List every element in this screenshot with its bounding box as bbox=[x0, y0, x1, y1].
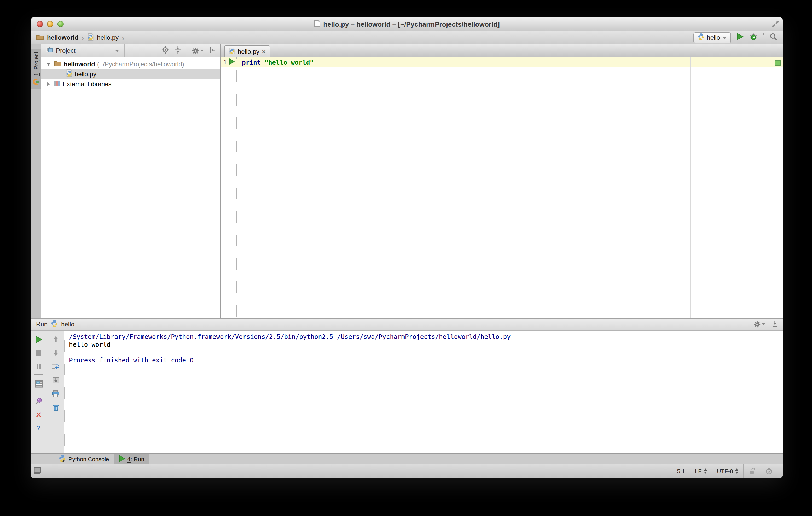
fullscreen-icon[interactable] bbox=[772, 20, 779, 30]
header-separator bbox=[186, 47, 187, 55]
close-button[interactable]: ✕ bbox=[35, 411, 41, 418]
console-line: Process finished with exit code 0 bbox=[69, 357, 783, 365]
chevron-right-icon: › bbox=[122, 33, 124, 42]
line-separator-widget[interactable]: LF bbox=[690, 464, 712, 478]
editor-area: hello.py × 1 print "hell bbox=[221, 44, 783, 318]
locate-file-icon[interactable] bbox=[162, 46, 169, 55]
title-bar[interactable]: hello.py – helloworld – [~/PycharmProjec… bbox=[31, 17, 783, 31]
print-button[interactable] bbox=[52, 390, 60, 397]
settings-gear-icon[interactable] bbox=[192, 47, 204, 55]
console-line: hello world bbox=[69, 341, 783, 349]
inspector-hector-icon bbox=[765, 467, 773, 475]
python-file-icon bbox=[66, 69, 72, 78]
tree-project-name: helloworld bbox=[64, 60, 95, 68]
down-stack-trace-button[interactable] bbox=[52, 349, 59, 357]
tree-row-external-libraries[interactable]: External Libraries bbox=[41, 79, 220, 89]
rerun-button[interactable] bbox=[35, 335, 42, 343]
search-icon[interactable] bbox=[770, 33, 778, 42]
project-view-icon bbox=[46, 47, 53, 55]
run-settings-gear-icon[interactable] bbox=[753, 321, 765, 328]
run-line-icon[interactable] bbox=[229, 59, 235, 66]
pin-tab-button[interactable] bbox=[35, 397, 42, 405]
clear-all-button[interactable] bbox=[52, 403, 59, 411]
tree-row-hello-py[interactable]: hello.py bbox=[41, 69, 220, 79]
console-output[interactable]: /System/Library/Frameworks/Python.framew… bbox=[64, 331, 783, 453]
navigation-bar: helloworld › hello.py › hello bbox=[31, 31, 783, 44]
export-output-button[interactable] bbox=[52, 376, 59, 384]
breadcrumb-project[interactable]: helloworld bbox=[47, 34, 78, 41]
updown-arrows-icon bbox=[704, 468, 707, 474]
help-button[interactable]: ? bbox=[36, 424, 41, 432]
collapse-arrow-icon[interactable] bbox=[47, 62, 51, 65]
pause-output-button[interactable] bbox=[35, 362, 42, 370]
tool-window-bar-bottom: Python Console 4: Run bbox=[31, 453, 783, 464]
project-button-label: : Project bbox=[33, 52, 39, 73]
tab-label: hello.py bbox=[238, 48, 259, 55]
stop-button[interactable] bbox=[35, 349, 42, 357]
breadcrumb: helloworld › hello.py › bbox=[36, 33, 124, 42]
expand-arrow-icon[interactable] bbox=[47, 82, 50, 86]
run-button[interactable] bbox=[737, 33, 744, 42]
toggle-tool-buttons-icon[interactable] bbox=[33, 467, 41, 475]
tree-libraries-label: External Libraries bbox=[63, 80, 112, 88]
tree-project-path: (~/PycharmProjects/helloworld) bbox=[97, 60, 184, 68]
updown-arrows-icon bbox=[735, 468, 738, 474]
tool-window-button-python-console[interactable]: Python Console bbox=[54, 454, 114, 464]
toolbar-separator bbox=[34, 392, 43, 392]
run-panel-header: Run hello bbox=[31, 318, 783, 331]
hide-panel-icon[interactable] bbox=[208, 46, 216, 55]
line-separator-value: LF bbox=[695, 468, 702, 474]
project-panel-header: Project bbox=[41, 44, 220, 57]
project-tree[interactable]: helloworld (~/PycharmProjects/helloworld… bbox=[41, 57, 220, 318]
show-console-button[interactable] bbox=[35, 380, 42, 388]
run-panel-title: Run bbox=[36, 321, 48, 328]
collapse-all-icon[interactable] bbox=[174, 46, 182, 55]
debug-button[interactable] bbox=[749, 33, 758, 42]
console-line: /System/Library/Frameworks/Python.framew… bbox=[69, 333, 783, 341]
code-editor[interactable]: 1 print "hello world" bbox=[221, 57, 783, 318]
status-bar: 5:1 LF UTF-8 bbox=[31, 464, 783, 478]
gutter-separator bbox=[236, 57, 237, 318]
line-number: 1 bbox=[221, 59, 227, 66]
tool-window-button-run[interactable]: 4: Run bbox=[114, 454, 149, 464]
document-icon bbox=[314, 20, 320, 28]
console-line bbox=[69, 349, 783, 357]
python-icon bbox=[697, 33, 704, 42]
project-button-mnemonic: 1 bbox=[33, 73, 39, 76]
encoding-widget[interactable]: UTF-8 bbox=[712, 464, 743, 478]
editor-tab-bar: hello.py × bbox=[221, 44, 783, 57]
readonly-lock-widget[interactable] bbox=[743, 464, 760, 478]
right-margin-guide bbox=[690, 57, 691, 318]
tab-close-icon[interactable]: × bbox=[262, 48, 266, 55]
chevron-down-icon bbox=[115, 49, 119, 52]
code-string: "hello world" bbox=[265, 59, 314, 66]
toolbar-separator bbox=[763, 33, 764, 42]
python-file-icon bbox=[87, 33, 94, 42]
unlock-icon bbox=[748, 467, 755, 475]
soft-wrap-button[interactable] bbox=[52, 362, 60, 370]
tab-hello-py[interactable]: hello.py × bbox=[224, 45, 270, 57]
chevron-down-icon bbox=[723, 36, 727, 39]
python-console-icon bbox=[59, 455, 66, 463]
tree-row-project-root[interactable]: helloworld (~/PycharmProjects/helloworld… bbox=[41, 59, 220, 69]
code-keyword: print bbox=[242, 59, 261, 66]
tool-window-stripe-left: 1: Project bbox=[31, 44, 41, 318]
run-tab-label: : Run bbox=[130, 456, 144, 462]
run-tool-window: Run hello bbox=[31, 318, 783, 453]
chevron-right-icon: › bbox=[82, 33, 84, 42]
run-configuration-select[interactable]: hello bbox=[693, 32, 731, 43]
caret-position-widget[interactable]: 5:1 bbox=[672, 464, 690, 478]
project-view-select[interactable]: Project bbox=[41, 44, 125, 57]
tool-window-button-project[interactable]: 1: Project bbox=[31, 49, 41, 90]
ide-window: hello.py – helloworld – [~/PycharmProjec… bbox=[31, 17, 783, 478]
highlighting-level-widget[interactable] bbox=[760, 464, 778, 478]
project-tool-window-icon bbox=[32, 78, 39, 88]
toolbar-separator bbox=[34, 374, 43, 375]
breadcrumb-file[interactable]: hello.py bbox=[97, 34, 119, 41]
python-file-icon bbox=[229, 47, 235, 56]
python-icon bbox=[51, 320, 58, 329]
up-stack-trace-button[interactable] bbox=[52, 335, 59, 343]
libraries-icon bbox=[54, 80, 61, 88]
folder-icon bbox=[36, 34, 44, 41]
hide-panel-down-icon[interactable] bbox=[771, 320, 779, 329]
